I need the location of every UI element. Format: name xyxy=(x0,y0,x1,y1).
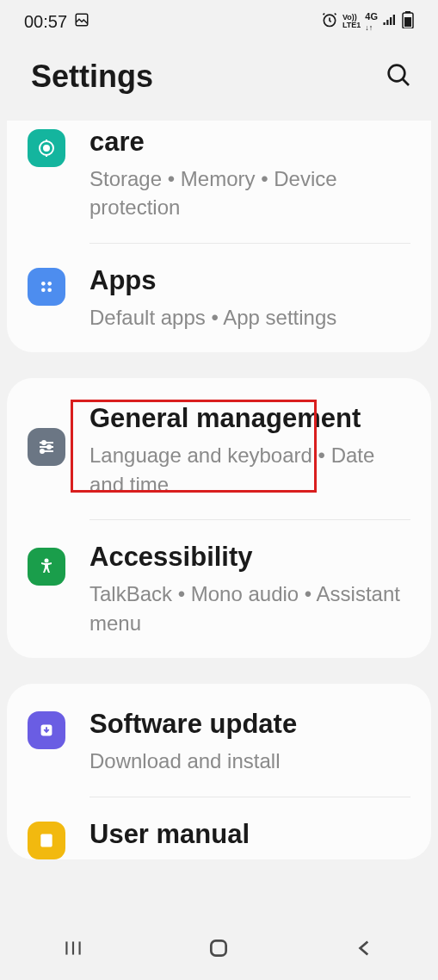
item-subtitle: Download and install xyxy=(89,747,410,776)
item-title: User manual xyxy=(89,818,410,852)
network-4g-icon: 4G↓↑ xyxy=(365,11,378,32)
svg-point-14 xyxy=(47,282,52,286)
recent-apps-button[interactable] xyxy=(62,937,84,963)
item-subtitle: Language and keyboard • Date and time xyxy=(89,441,410,499)
svg-rect-8 xyxy=(404,17,411,27)
settings-item-user-manual[interactable]: User manual xyxy=(7,797,431,859)
item-title: Software update xyxy=(89,708,410,741)
item-subtitle: Default apps • App settings xyxy=(89,303,410,332)
status-left: 00:57 xyxy=(24,12,89,32)
battery-icon xyxy=(402,11,414,32)
svg-rect-2 xyxy=(384,22,386,25)
svg-point-23 xyxy=(45,559,49,563)
svg-rect-4 xyxy=(390,17,392,25)
item-title: Apps xyxy=(89,264,410,298)
item-subtitle: TalkBack • Mono audio • Assistant menu xyxy=(89,580,410,637)
svg-line-10 xyxy=(403,79,409,85)
settings-item-apps[interactable]: Apps Default apps • App settings xyxy=(7,244,431,352)
svg-point-12 xyxy=(44,146,49,151)
item-content: Software update Download and install xyxy=(89,708,410,775)
item-subtitle: Storage • Memory • Device protection xyxy=(89,164,410,222)
svg-point-9 xyxy=(389,65,405,82)
svg-point-18 xyxy=(42,441,46,444)
settings-item-software-update[interactable]: Software update Download and install xyxy=(7,684,431,796)
signal-icon xyxy=(382,12,398,31)
download-icon xyxy=(28,711,65,749)
accessibility-icon xyxy=(28,548,65,586)
settings-header: Settings xyxy=(0,43,438,121)
navigation-bar xyxy=(0,920,438,980)
home-button[interactable] xyxy=(207,937,230,963)
page-title: Settings xyxy=(31,59,153,95)
item-content: care Storage • Memory • Device protectio… xyxy=(89,126,410,222)
settings-group-system: General management Language and keyboard… xyxy=(7,378,431,658)
item-content: User manual xyxy=(89,818,410,857)
back-button[interactable] xyxy=(354,937,376,963)
status-right: Vo))LTE1 4G↓↑ xyxy=(321,11,414,32)
svg-rect-25 xyxy=(40,834,52,847)
search-button[interactable] xyxy=(385,61,412,92)
item-content: Apps Default apps • App settings xyxy=(89,264,410,332)
status-time: 00:57 xyxy=(24,12,67,32)
status-bar: 00:57 Vo))LTE1 4G↓↑ xyxy=(0,0,438,43)
svg-rect-5 xyxy=(393,15,395,25)
svg-point-16 xyxy=(47,288,52,292)
item-title: Accessibility xyxy=(89,541,410,574)
svg-point-15 xyxy=(41,288,46,292)
item-title: General management xyxy=(89,402,410,436)
svg-point-22 xyxy=(40,450,44,453)
settings-item-general-management[interactable]: General management Language and keyboard… xyxy=(7,378,431,519)
settings-item-accessibility[interactable]: Accessibility TalkBack • Mono audio • As… xyxy=(7,520,431,658)
item-content: General management Language and keyboard… xyxy=(89,402,410,499)
settings-item-care[interactable]: care Storage • Memory • Device protectio… xyxy=(7,121,431,243)
svg-rect-3 xyxy=(386,20,388,25)
settings-group-support: Software update Download and install Use… xyxy=(7,684,431,859)
alarm-icon xyxy=(321,11,338,32)
svg-rect-29 xyxy=(212,940,226,955)
care-icon xyxy=(28,129,65,167)
sliders-icon xyxy=(28,428,65,466)
picture-icon xyxy=(74,12,89,32)
book-icon xyxy=(28,822,65,859)
item-title: care xyxy=(89,126,410,159)
svg-point-13 xyxy=(41,282,46,286)
apps-icon xyxy=(28,268,65,306)
volte-icon: Vo))LTE1 xyxy=(342,14,361,29)
svg-point-20 xyxy=(47,445,51,449)
item-content: Accessibility TalkBack • Mono audio • As… xyxy=(89,541,410,637)
settings-group-device: care Storage • Memory • Device protectio… xyxy=(7,121,431,352)
